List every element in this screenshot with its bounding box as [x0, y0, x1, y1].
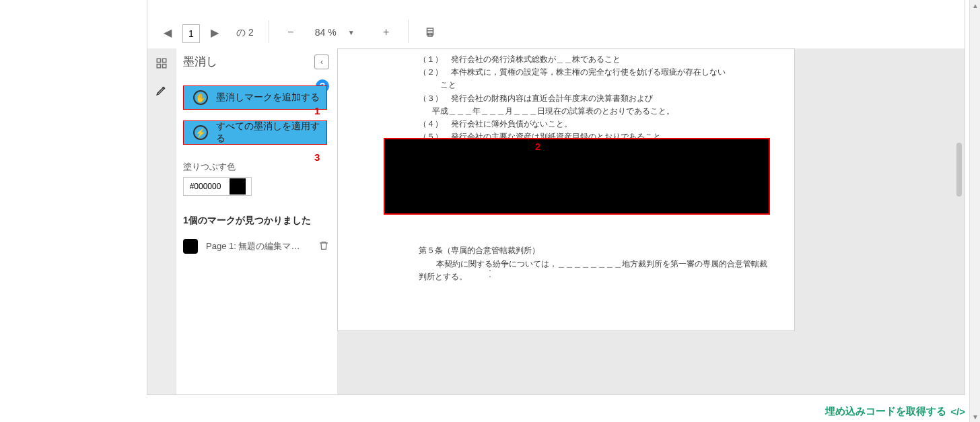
doc-line: 本契約に関する紛争については，＿＿＿＿＿＿＿＿地方裁判所を第一審の専属的合意管轄… [419, 258, 781, 271]
page-total-label: の 2 [236, 22, 254, 43]
delete-mark-button[interactable] [318, 240, 329, 253]
doc-scrollbar[interactable] [956, 143, 962, 197]
fill-color-label: 塗りつぶす色 [183, 161, 329, 173]
print-icon [424, 26, 436, 38]
panel-title: 墨消し [183, 54, 217, 69]
prev-page-button[interactable]: ◀ [157, 22, 178, 43]
editor-area: 墨消し ‹ ? ✋ 墨消しマークを追加する ⚡ すべての墨消しを適用する 塗りつ… [147, 48, 965, 394]
zoom-out-button[interactable]: − [280, 22, 302, 43]
redact-tool-button[interactable] [153, 82, 170, 98]
panel-grid-button[interactable] [153, 55, 170, 71]
collapse-panel-button[interactable]: ‹ [314, 55, 329, 69]
add-redaction-label: 墨消しマークを追加する [216, 92, 320, 104]
doc-line: （４） 発行会社に簿外負債がないこと。 [419, 118, 781, 131]
document-viewport[interactable]: （１） 発行会社の発行済株式総数が＿＿株であること （２） 本件株式に，質権の設… [337, 48, 965, 394]
svg-rect-3 [163, 59, 166, 62]
toolbar: ◀ 1 ▶ の 2 − 84 % ▼ + [147, 0, 965, 48]
doc-line: （１） 発行会社の発行済株式総数が＿＿株であること [419, 53, 781, 66]
toolbar-divider [269, 20, 269, 43]
tool-rail [147, 48, 176, 394]
zoom-in-button[interactable]: + [376, 22, 397, 43]
trash-icon [318, 240, 329, 251]
pen-icon [155, 84, 168, 96]
annotation-marker: 2 [535, 141, 540, 151]
chevron-left-icon: ‹ [320, 57, 323, 67]
doc-line: 判所とする。 [419, 271, 781, 283]
scroll-up-icon[interactable]: ▲ [970, 0, 980, 11]
mark-list-item[interactable]: Page 1: 無題の編集マ… [183, 239, 329, 254]
doc-article-title: 第５条（専属的合意管轄裁判所） [419, 244, 781, 257]
get-embed-code-link[interactable]: 埋め込みコードを取得する </> [825, 405, 965, 418]
doc-line: 平成＿＿＿年＿＿＿月＿＿＿日現在の試算表のとおりであること。 [419, 105, 781, 118]
annotation-marker: 3 [314, 152, 320, 162]
fill-color-input[interactable] [184, 182, 227, 191]
app-root: ◀ 1 ▶ の 2 − 84 % ▼ + [0, 0, 980, 422]
add-redaction-button[interactable]: ✋ 墨消しマークを追加する [183, 85, 327, 110]
window-scrollbar[interactable]: ▲ ▼ [969, 0, 980, 422]
page-number-input[interactable]: 1 [182, 24, 200, 43]
svg-rect-2 [157, 59, 160, 62]
mark-thumbnail [183, 239, 198, 254]
doc-line: こと [419, 79, 781, 92]
print-button[interactable] [419, 22, 441, 43]
svg-rect-4 [157, 65, 160, 68]
svg-rect-5 [163, 65, 166, 68]
mark-item-label: Page 1: 無題の編集マ… [206, 240, 310, 252]
toolbar-divider [408, 20, 409, 43]
panel-resize-handle[interactable] [487, 264, 493, 277]
redaction-panel: 墨消し ‹ ? ✋ 墨消しマークを追加する ⚡ すべての墨消しを適用する 塗りつ… [176, 48, 337, 394]
grid-icon [155, 57, 168, 69]
app-body: ◀ 1 ▶ の 2 − 84 % ▼ + [147, 0, 965, 395]
scroll-down-icon[interactable]: ▼ [970, 411, 980, 422]
hand-icon: ✋ [193, 90, 208, 105]
fill-color-swatch[interactable] [230, 178, 246, 195]
redaction-box[interactable] [384, 138, 770, 215]
apply-all-redactions-button[interactable]: ⚡ すべての墨消しを適用する [183, 120, 327, 145]
fill-color-field[interactable] [183, 177, 252, 196]
apply-all-label: すべての墨消しを適用する [216, 120, 326, 145]
marks-found-label: 1個のマークが見つかりました [183, 215, 329, 227]
zoom-level-label: 84 % [315, 22, 337, 43]
annotation-marker: 1 [314, 106, 320, 116]
document-page[interactable]: （１） 発行会社の発行済株式総数が＿＿株であること （２） 本件株式に，質権の設… [337, 48, 795, 331]
doc-line: （３） 発行会社の財務内容は直近会計年度末の決算書類および [419, 92, 781, 105]
bolt-icon: ⚡ [193, 125, 208, 140]
doc-line: （２） 本件株式に，質権の設定等，株主権の完全な行使を妨げる瑕疵が存在しない [419, 66, 781, 79]
zoom-dropdown-icon[interactable]: ▼ [341, 22, 362, 43]
code-icon: </> [950, 406, 965, 417]
embed-link-label: 埋め込みコードを取得する [825, 405, 946, 418]
next-page-button[interactable]: ▶ [204, 22, 225, 43]
